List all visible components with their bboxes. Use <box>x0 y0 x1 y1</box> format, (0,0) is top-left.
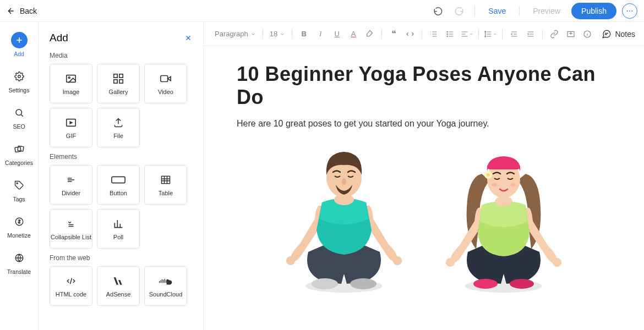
save-button[interactable]: Save <box>483 3 511 19</box>
rail-label: SEO <box>13 123 25 130</box>
rail-item-settings[interactable]: Settings <box>0 66 38 96</box>
document[interactable]: 10 Beginner Yoga Poses Anyone Can Do Her… <box>204 46 644 330</box>
card-image[interactable]: Image <box>50 64 92 103</box>
code-button[interactable] <box>403 27 417 41</box>
more-button[interactable] <box>622 3 637 19</box>
paragraph-label: Paragraph <box>215 30 248 38</box>
highlight-button[interactable] <box>363 27 377 41</box>
bullet-list-icon <box>446 30 455 38</box>
gif-icon <box>65 116 77 129</box>
card-video[interactable]: Video <box>144 64 187 103</box>
notes-button[interactable]: Notes <box>602 29 635 39</box>
svg-point-7 <box>17 183 18 184</box>
image-icon <box>65 72 77 85</box>
card-divider[interactable]: Divider <box>50 165 92 205</box>
svg-rect-14 <box>114 80 117 83</box>
svg-point-4 <box>16 109 22 116</box>
card-collapsible[interactable]: Collapsible List <box>50 209 92 249</box>
svg-point-21 <box>447 34 447 34</box>
align-button[interactable] <box>460 27 474 41</box>
back-button[interactable]: Back <box>7 7 37 15</box>
quote-button[interactable]: ❝ <box>386 27 401 41</box>
outdent-button[interactable] <box>507 27 521 41</box>
card-table[interactable]: Table <box>144 165 187 205</box>
svg-rect-13 <box>119 74 123 78</box>
separator <box>381 29 382 39</box>
insert-image-icon <box>566 30 575 38</box>
publish-button[interactable]: Publish <box>571 3 616 19</box>
italic-button[interactable]: I <box>313 27 328 41</box>
insert-image-button[interactable] <box>564 27 578 41</box>
svg-point-11 <box>68 77 70 79</box>
rail-item-translate[interactable]: Translate <box>0 248 38 277</box>
svg-rect-15 <box>119 80 123 83</box>
preview-button[interactable]: Preview <box>527 3 566 19</box>
svg-rect-10 <box>67 75 76 82</box>
card-gallery[interactable]: Gallery <box>97 64 140 103</box>
rail-item-categories[interactable]: Categories <box>0 139 38 168</box>
rail-item-seo[interactable]: SEO <box>0 102 38 132</box>
undo-button[interactable] <box>430 3 446 19</box>
svg-point-35 <box>510 279 534 289</box>
textcolor-icon: A <box>351 30 356 38</box>
fontsize-label: 18 <box>270 30 277 38</box>
svg-point-22 <box>447 36 447 36</box>
textcolor-button[interactable]: A <box>346 27 361 41</box>
rail-item-add[interactable]: Add <box>0 30 38 59</box>
notes-icon <box>602 29 612 39</box>
rail-item-monetize[interactable]: Monetize <box>0 211 38 241</box>
cards-icon <box>11 141 28 157</box>
card-label: Gallery <box>109 89 128 95</box>
topbar: Back Save Preview Publish <box>0 0 644 22</box>
rail-item-tags[interactable]: Tags <box>0 175 38 205</box>
indent-button[interactable] <box>523 27 538 41</box>
section-label-elements: Elements <box>50 153 192 161</box>
fontsize-select[interactable]: 18 <box>268 30 287 38</box>
card-soundcloud[interactable]: SoundCloud <box>144 266 187 306</box>
card-label: Table <box>159 190 173 196</box>
gear-icon <box>11 68 28 85</box>
poll-icon <box>113 217 124 230</box>
bold-icon: B <box>301 30 306 38</box>
card-adsense[interactable]: AdSense <box>97 266 140 306</box>
card-poll[interactable]: Poll <box>97 209 140 249</box>
rail-label: Settings <box>9 87 30 94</box>
html-icon <box>64 274 78 288</box>
file-upload-icon <box>113 116 124 129</box>
editor-toolbar: Paragraph 18 B I U A ❝ <box>204 22 644 46</box>
link-icon <box>550 30 559 38</box>
dots-icon <box>626 7 634 15</box>
left-rail: Add Settings SEO Categories Tags <box>0 22 39 330</box>
tag-icon <box>11 177 28 194</box>
close-icon <box>184 34 192 42</box>
card-button[interactable]: Button <box>97 165 140 205</box>
ordered-list-button[interactable] <box>427 27 441 41</box>
globe-icon <box>11 250 28 266</box>
underline-button[interactable]: U <box>330 27 344 41</box>
paragraph-select[interactable]: Paragraph <box>212 30 258 38</box>
close-panel-button[interactable] <box>184 34 192 42</box>
link-button[interactable] <box>547 27 561 41</box>
search-icon <box>11 105 28 121</box>
separator <box>263 29 263 39</box>
dollar-icon <box>11 213 28 230</box>
svg-point-2 <box>631 10 632 12</box>
card-html[interactable]: HTML code <box>50 266 92 306</box>
card-file[interactable]: File <box>97 108 140 147</box>
rail-label: Categories <box>5 160 33 166</box>
video-icon <box>159 72 172 85</box>
svg-point-1 <box>629 10 630 12</box>
lineheight-button[interactable] <box>483 27 498 41</box>
rail-label: Tags <box>13 196 25 202</box>
bullet-list-button[interactable] <box>443 27 457 41</box>
help-button[interactable] <box>580 27 594 41</box>
post-title[interactable]: 10 Beginner Yoga Poses Anyone Can Do <box>237 63 611 109</box>
card-label: HTML code <box>56 291 86 298</box>
card-label: GIF <box>66 133 76 139</box>
svg-rect-40 <box>487 164 520 169</box>
post-intro[interactable]: Here are 10 great poses to get you start… <box>237 119 611 129</box>
arrow-left-icon <box>7 7 15 15</box>
redo-button[interactable] <box>451 3 467 19</box>
card-gif[interactable]: GIF <box>50 108 92 147</box>
bold-button[interactable]: B <box>297 27 311 41</box>
